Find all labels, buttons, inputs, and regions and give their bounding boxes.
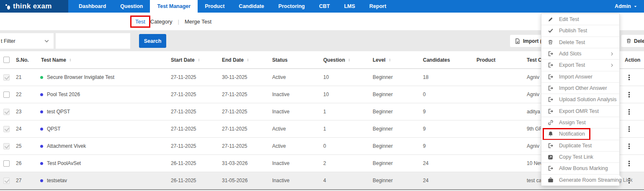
cell-candidates: 9 <box>420 138 473 154</box>
context-menu-item-delete-test[interactable]: Delete Test <box>541 37 619 48</box>
cell-level: Beginner <box>369 155 420 172</box>
cell-product <box>473 172 520 189</box>
subnav-tab-merge-test[interactable]: Merge Test <box>185 18 211 25</box>
context-menu-item-allow-bonus-marking[interactable]: Allow Bonus Marking <box>541 162 619 174</box>
context-menu-item-notification[interactable]: Notification <box>541 128 619 139</box>
context-menu-item-export-test[interactable]: Export Test <box>541 59 619 71</box>
sort-icon[interactable] <box>388 58 392 62</box>
cell-level: Beginner <box>369 86 420 103</box>
cell-level: Beginner <box>369 103 420 120</box>
context-menu-item-import-answer[interactable]: Import Answer <box>541 71 619 82</box>
cell-candidates: 24 <box>420 155 473 172</box>
sort-icon[interactable] <box>246 58 250 62</box>
row-context-menu: Edit TestPublish TestDelete TestAdd Slot… <box>541 13 620 186</box>
row-actions-kebab-icon[interactable] <box>627 160 631 167</box>
status-dot-icon <box>40 162 43 165</box>
delete-button[interactable]: Delete <box>621 35 644 47</box>
topnav-item-product[interactable]: Product <box>198 0 232 13</box>
column-header-status: Status <box>269 51 320 68</box>
row-checkbox[interactable] <box>3 92 10 98</box>
topnav-item-report[interactable]: Report <box>362 0 393 13</box>
cell-action <box>620 86 644 103</box>
sort-icon[interactable] <box>197 58 201 62</box>
cell-action <box>620 155 644 172</box>
cell-checkbox <box>0 103 13 120</box>
test-name-link[interactable]: QPST <box>47 126 61 132</box>
topnav-item-dashboard[interactable]: Dashboard <box>72 0 113 13</box>
context-menu-item-publish-test[interactable]: Publish Test <box>541 25 619 36</box>
cell-action <box>620 69 644 86</box>
select-all-checkbox[interactable] <box>3 57 10 63</box>
context-menu-item-copy-test-link[interactable]: Copy Test Link <box>541 151 619 162</box>
cell-sno: 24 <box>13 120 38 137</box>
topnav-item-candidate[interactable]: Candidate <box>232 0 271 13</box>
topnav-item-proctoring[interactable]: Proctoring <box>271 0 312 13</box>
row-actions-kebab-icon[interactable] <box>627 108 631 116</box>
cell-start-date: 26-11-2025 <box>167 155 219 172</box>
status-dot-icon <box>40 145 43 148</box>
sort-icon[interactable] <box>68 58 72 62</box>
status-dot-icon <box>40 76 43 79</box>
test-name-link[interactable]: test QPST <box>47 109 70 115</box>
admin-menu[interactable]: Admin <box>615 0 644 13</box>
subnav-tab-test[interactable]: Test <box>130 16 150 28</box>
test-filter-dropdown[interactable]: t Filter <box>0 33 54 49</box>
sort-icon[interactable] <box>347 58 351 62</box>
cell-start-date: 27-11-2025 <box>167 103 219 120</box>
context-menu-item-label: Export OMR Test <box>559 108 599 114</box>
brand-logo-icon <box>5 3 10 10</box>
topnav-item-lms[interactable]: LMS <box>337 0 362 13</box>
row-checkbox[interactable] <box>3 160 10 167</box>
status-dot-icon <box>40 93 43 96</box>
context-menu-item-assign-test[interactable]: Assign Test <box>541 117 619 128</box>
test-name-link[interactable]: Secure Browser Invigilate Test <box>47 74 114 80</box>
test-name-link[interactable]: Attachment Vivek <box>47 143 86 149</box>
cell-end-date: 30-11-2025 <box>219 69 269 86</box>
export-icon <box>547 62 554 68</box>
context-menu-item-import-other-answer[interactable]: Import Other Answer <box>541 82 619 94</box>
cell-checkbox <box>0 69 13 86</box>
test-name-link[interactable]: testsetav <box>47 178 67 183</box>
cell-checkbox <box>0 172 13 189</box>
context-menu-item-upload-solution-analysis[interactable]: Upload Solution Analysis <box>541 94 619 105</box>
context-menu-item-label: Allow Bonus Marking <box>559 165 608 171</box>
row-actions-kebab-icon[interactable] <box>627 73 631 81</box>
column-header-question: Question <box>320 51 369 68</box>
column-header-label: End Date <box>222 57 244 63</box>
context-menu-item-generate-room-streaming-link[interactable]: Generate Room Streaming Link <box>541 174 619 186</box>
search-input[interactable] <box>56 33 130 49</box>
search-button[interactable]: Search <box>139 34 166 48</box>
cell-end-date: 31-03-2026 <box>219 155 269 172</box>
row-actions-kebab-icon[interactable] <box>627 142 631 150</box>
subnav-tab-category[interactable]: Category <box>150 18 173 25</box>
test-name-link[interactable]: Pool Test 2026 <box>47 92 80 97</box>
cell-product <box>473 103 520 120</box>
topnav-item-question[interactable]: Question <box>113 0 150 13</box>
context-menu-item-duplicate-test[interactable]: Duplicate Test <box>541 140 619 151</box>
topnav-item-test-manager[interactable]: Test Manager <box>150 0 198 13</box>
cell-product <box>473 86 520 103</box>
cell-end-date: 27-11-2025 <box>219 86 269 103</box>
context-menu-item-edit-test[interactable]: Edit Test <box>541 14 619 25</box>
subnav-separator: | <box>178 18 179 25</box>
context-menu-item-add-slots[interactable]: Add Slots <box>541 48 619 59</box>
cell-action <box>620 138 644 154</box>
column-header-end-date: End Date <box>219 51 269 68</box>
row-actions-kebab-icon[interactable] <box>627 91 631 99</box>
context-menu-item-label: Publish Test <box>559 28 587 34</box>
row-checkbox <box>3 143 10 149</box>
context-menu-item-export-omr-test[interactable]: Export OMR Test <box>541 105 619 117</box>
column-header-level: Level <box>369 51 420 68</box>
cell-product <box>473 155 520 172</box>
cell-test-name: Pool Test 2026 <box>38 86 167 103</box>
context-menu-item-label: Delete Test <box>559 39 585 45</box>
cell-product <box>473 138 520 154</box>
trash-icon <box>626 38 631 44</box>
cell-checkbox <box>0 138 13 154</box>
test-name-link[interactable]: Test PoolAvSet <box>47 160 81 166</box>
brand-logo[interactable]: think exam <box>0 0 68 13</box>
topnav-item-cbt[interactable]: CBT <box>312 0 337 13</box>
cell-action <box>620 103 644 120</box>
trash-icon <box>547 39 554 45</box>
row-actions-kebab-icon[interactable] <box>627 125 631 133</box>
